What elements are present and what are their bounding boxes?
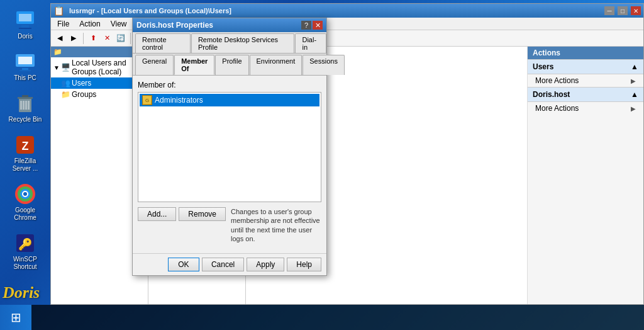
svg-rect-1 — [19, 14, 31, 21]
svg-rect-3 — [19, 28, 31, 29]
tab-remote-desktop[interactable]: Remote Desktop Services Profile — [191, 33, 295, 53]
mmc-minimize-button[interactable]: ─ — [604, 6, 614, 15]
help-button[interactable]: Help — [287, 258, 321, 271]
svg-rect-5 — [18, 57, 32, 64]
this-pc-icon — [14, 50, 36, 73]
actions-section-dorishost[interactable]: Doris.host ▲ — [528, 87, 643, 102]
actions-dorishost-label: Doris.host — [533, 90, 570, 99]
tab-environment[interactable]: Environment — [250, 55, 303, 75]
doris-icon — [14, 9, 36, 31]
tab-general[interactable]: General — [135, 55, 174, 75]
mmc-title: lusrmgr - [Local Users and Groups (Local… — [69, 7, 601, 14]
member-item-0-name: Administrators — [155, 96, 203, 105]
actions-more-arrow-dorishost: ▶ — [631, 105, 636, 112]
actions-more-actions-dorishost-label: More Actions — [535, 104, 579, 113]
dialog-title: Doris.host Properties — [136, 21, 301, 30]
toolbar-stop[interactable]: ✕ — [101, 32, 113, 45]
mmc-maximize-button[interactable]: □ — [618, 6, 628, 15]
remove-button[interactable]: Remove — [179, 207, 226, 221]
member-note: Changes to a user's group membership are… — [231, 207, 321, 243]
svg-text:🔑: 🔑 — [18, 237, 33, 251]
doris-corner: Doris — [0, 267, 50, 305]
svg-text:Z: Z — [22, 140, 29, 152]
dialog-titlebar: Doris.host Properties ? ✕ — [133, 18, 326, 32]
actions-section-users[interactable]: Users ▲ — [528, 59, 643, 74]
svg-rect-7 — [19, 70, 31, 71]
tab-row-2: General Member Of Profile Environment Se… — [133, 54, 326, 76]
svg-rect-12 — [28, 101, 30, 110]
svg-point-21 — [23, 192, 27, 196]
tab-row-1: Remote control Remote Desktop Services P… — [133, 32, 326, 54]
dialog-close-button[interactable]: ✕ — [313, 21, 323, 30]
start-icon: ⊞ — [11, 310, 21, 325]
actions-users-collapse[interactable]: ▲ — [631, 62, 638, 71]
dialog-help-button[interactable]: ? — [301, 21, 311, 30]
icon-recycle-bin[interactable]: Recycle Bin — [3, 89, 47, 126]
tab-sessions[interactable]: Sessions — [303, 55, 345, 75]
menu-view[interactable]: View — [107, 19, 131, 29]
mmc-close-button[interactable]: ✕ — [631, 6, 641, 15]
icon-chrome-label: Google Chrome — [6, 207, 45, 222]
menu-file[interactable]: File — [53, 19, 73, 29]
toolbar-sep1 — [83, 33, 84, 44]
properties-dialog: Doris.host Properties ? ✕ Remote control… — [132, 18, 327, 276]
actions-users-label: Users — [533, 62, 553, 71]
taskbar: ⊞ — [0, 305, 644, 330]
member-of-list: G Administrators — [138, 92, 321, 202]
toolbar-forward[interactable]: ▶ — [67, 32, 80, 45]
icon-filezilla-label: FileZilla Server ... — [6, 157, 45, 173]
dialog-content: Member of: G Administrators — [133, 76, 326, 253]
apply-button[interactable]: Apply — [247, 258, 284, 271]
icon-doris[interactable]: Doris — [3, 6, 47, 43]
member-of-label: Member of: — [138, 81, 321, 89]
icon-this-pc[interactable]: This PC — [3, 48, 47, 84]
actions-more-actions-dorishost[interactable]: More Actions ▶ — [528, 102, 643, 115]
winscp-icon: 🔑 — [14, 232, 36, 254]
icon-this-pc-label: This PC — [14, 74, 36, 82]
svg-rect-11 — [25, 101, 27, 110]
tab-profile[interactable]: Profile — [215, 55, 248, 75]
tab-member-of[interactable]: Member Of — [174, 55, 214, 75]
chrome-icon — [14, 183, 36, 205]
member-item-0[interactable]: G Administrators — [140, 94, 319, 106]
svg-rect-14 — [22, 95, 28, 97]
member-bottom: Add... Remove Changes to a user's group … — [138, 207, 321, 243]
desktop-icons: Doris This PC — [0, 0, 50, 305]
svg-text:G: G — [145, 98, 149, 103]
svg-rect-10 — [23, 101, 25, 110]
ok-button[interactable]: OK — [168, 258, 199, 271]
actions-more-arrow-users: ▶ — [631, 77, 636, 84]
member-buttons: Add... Remove — [138, 207, 226, 221]
icon-recycle-bin-label: Recycle Bin — [9, 116, 42, 123]
tab-remote-control[interactable]: Remote control — [135, 33, 191, 53]
toolbar-refresh[interactable]: 🔄 — [114, 32, 127, 45]
desktop: Doris This PC — [0, 0, 644, 330]
svg-rect-6 — [22, 68, 28, 70]
actions-header: Actions — [528, 47, 643, 59]
svg-rect-2 — [21, 25, 29, 28]
actions-dorishost-collapse[interactable]: ▲ — [631, 90, 638, 99]
menu-action[interactable]: Action — [75, 19, 104, 29]
mmc-titlebar: 📋 lusrmgr - [Local Users and Groups (Loc… — [51, 4, 643, 18]
recycle-bin-icon — [14, 92, 36, 115]
start-button[interactable]: ⊞ — [0, 305, 31, 330]
tab-dial-in[interactable]: Dial-in — [295, 33, 326, 53]
icon-filezilla[interactable]: Z FileZilla Server ... — [3, 131, 47, 175]
tree-groups-label: Groups — [72, 90, 96, 99]
toolbar-sep2 — [130, 33, 131, 44]
icon-doris-label: Doris — [18, 33, 32, 40]
toolbar-back[interactable]: ◀ — [53, 32, 66, 45]
tree-users-label: Users — [72, 79, 91, 88]
icon-chrome[interactable]: Google Chrome — [3, 180, 47, 224]
doris-logo: Doris — [3, 283, 40, 302]
svg-rect-9 — [20, 101, 22, 110]
toolbar-up[interactable]: ⬆ — [87, 32, 99, 45]
cancel-button[interactable]: Cancel — [202, 258, 244, 271]
filezilla-icon: Z — [14, 134, 36, 156]
actions-more-actions-users[interactable]: More Actions ▶ — [528, 74, 643, 87]
actions-panel: Actions Users ▲ More Actions ▶ Doris.hos… — [527, 47, 643, 304]
add-button[interactable]: Add... — [138, 207, 176, 221]
svg-rect-13 — [18, 97, 33, 99]
dialog-footer: OK Cancel Apply Help — [133, 253, 326, 275]
actions-more-actions-users-label: More Actions — [535, 76, 579, 85]
